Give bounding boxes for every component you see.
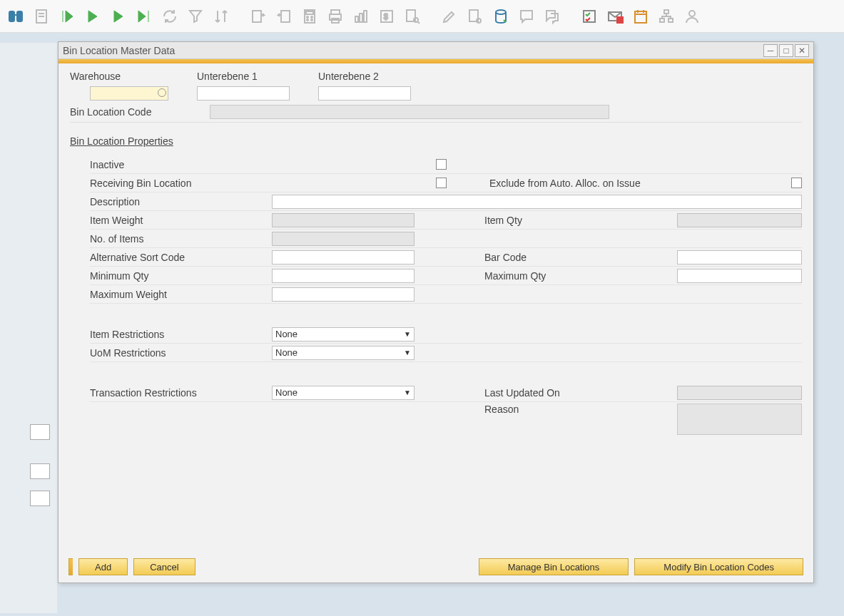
svg-rect-31: [635, 11, 646, 23]
svg-rect-9: [306, 11, 313, 14]
item-qty-label: Item Qty: [484, 215, 677, 226]
sublevel2-input[interactable]: [318, 86, 411, 101]
window-titlebar: Bin Location Master Data ─ □ ✕: [59, 42, 813, 59]
chevron-down-icon: ▼: [404, 349, 411, 356]
next-icon[interactable]: [108, 6, 128, 26]
max-qty-label: Maximum Qty: [484, 270, 677, 282]
chart-icon[interactable]: [351, 6, 371, 26]
manage-bin-locations-button[interactable]: Manage Bin Locations: [479, 558, 629, 575]
calculator-icon[interactable]: [300, 6, 320, 26]
svg-rect-1: [17, 11, 22, 21]
sublevel1-input[interactable]: [197, 86, 290, 101]
reason-label: Reason: [484, 404, 677, 415]
search-doc-icon[interactable]: [402, 6, 422, 26]
button-bar: Add Cancel Manage Bin Locations Modify B…: [59, 551, 813, 582]
svg-point-11: [311, 16, 312, 18]
bin-code-label: Bin Location Code: [70, 106, 210, 118]
database-icon[interactable]: [491, 6, 511, 26]
svg-rect-17: [355, 16, 358, 22]
max-weight-label: Maximum Weight: [90, 289, 272, 300]
barcode-label: Bar Code: [484, 252, 677, 263]
description-input[interactable]: [272, 195, 802, 209]
min-qty-input[interactable]: [272, 269, 415, 283]
left-sidebar: [0, 43, 57, 613]
svg-rect-18: [360, 14, 362, 22]
bin-code-input: [210, 105, 609, 119]
binoculars-icon[interactable]: [6, 6, 26, 26]
edit-icon[interactable]: [439, 6, 459, 26]
chevron-down-icon: ▼: [404, 389, 411, 396]
filter-icon[interactable]: [185, 6, 205, 26]
import-icon[interactable]: [274, 6, 294, 26]
minimize-button[interactable]: ─: [763, 44, 778, 57]
alt-sort-label: Alternative Sort Code: [90, 252, 272, 263]
item-restrictions-dropdown[interactable]: None ▼: [272, 327, 415, 342]
tx-restrictions-dropdown[interactable]: None ▼: [272, 386, 415, 400]
comment-icon[interactable]: [517, 6, 537, 26]
comment2-icon[interactable]: [542, 6, 562, 26]
add-button[interactable]: Add: [78, 558, 128, 575]
lookup-icon[interactable]: [158, 88, 166, 97]
user-icon[interactable]: [682, 6, 702, 26]
svg-point-27: [496, 10, 506, 14]
description-label: Description: [90, 196, 272, 207]
no-items-input: [272, 232, 415, 246]
alt-sort-input[interactable]: [272, 250, 415, 265]
last-updated-input: [677, 386, 802, 400]
min-qty-label: Minimum Qty: [90, 270, 272, 282]
sidebar-icon-1[interactable]: [30, 424, 50, 440]
receiving-checkbox[interactable]: [436, 178, 447, 188]
svg-rect-37: [668, 19, 673, 22]
exclude-label: Exclude from Auto. Alloc. on Issue: [489, 178, 791, 189]
svg-point-12: [307, 19, 308, 21]
form-body: Warehouse Unterebene 1 Unterebene 2 Bin …: [59, 63, 813, 551]
uom-restrictions-label: UoM Restrictions: [90, 347, 272, 359]
item-weight-input: [272, 213, 415, 227]
reason-input: [677, 404, 802, 435]
svg-point-13: [311, 19, 312, 21]
cancel-button[interactable]: Cancel: [133, 558, 195, 575]
org-icon[interactable]: [656, 6, 676, 26]
max-qty-input[interactable]: [677, 269, 802, 283]
uom-restrictions-value: None: [275, 347, 298, 358]
mail-alert-icon[interactable]: [605, 6, 625, 26]
tx-restrictions-value: None: [275, 387, 298, 398]
calendar-icon[interactable]: [631, 6, 651, 26]
checklist-icon[interactable]: [579, 6, 599, 26]
sidebar-icon-3[interactable]: [30, 491, 50, 506]
last-icon[interactable]: [134, 6, 154, 26]
export-icon[interactable]: [248, 6, 268, 26]
last-updated-label: Last Updated On: [484, 387, 677, 399]
item-restrictions-value: None: [275, 329, 298, 339]
sort-icon[interactable]: [211, 6, 231, 26]
item-weight-label: Item Weight: [90, 215, 272, 226]
prev-icon[interactable]: [83, 6, 103, 26]
close-button[interactable]: ✕: [795, 44, 809, 57]
bin-location-window: Bin Location Master Data ─ □ ✕ Warehouse…: [58, 41, 814, 583]
tx-restrictions-label: Transaction Restrictions: [90, 387, 272, 399]
sidebar-icon-2[interactable]: [30, 463, 50, 479]
max-weight-input[interactable]: [272, 287, 415, 302]
svg-rect-7: [281, 11, 290, 22]
modify-bin-codes-button[interactable]: Modify Bin Location Codes: [634, 558, 803, 575]
svg-point-10: [307, 16, 308, 18]
svg-rect-30: [617, 17, 623, 23]
warehouse-input[interactable]: [90, 86, 168, 101]
sublevel1-label: Unterebene 1: [197, 71, 290, 82]
currency-icon[interactable]: $: [377, 6, 397, 26]
svg-rect-36: [660, 19, 664, 22]
printer-icon[interactable]: [325, 6, 345, 26]
maximize-button[interactable]: □: [779, 44, 793, 57]
refresh-icon[interactable]: [160, 6, 180, 26]
svg-rect-28: [584, 11, 595, 22]
settings-doc-icon[interactable]: [465, 6, 485, 26]
sublevel2-label: Unterebene 2: [318, 71, 411, 82]
uom-restrictions-dropdown[interactable]: None ▼: [272, 346, 415, 360]
document-icon[interactable]: [31, 6, 51, 26]
properties-section-header: Bin Location Properties: [70, 135, 802, 147]
inactive-checkbox[interactable]: [436, 159, 447, 170]
exclude-checkbox[interactable]: [791, 178, 802, 188]
barcode-input[interactable]: [677, 250, 802, 265]
item-restrictions-label: Item Restrictions: [90, 329, 272, 340]
first-icon[interactable]: [57, 6, 77, 26]
